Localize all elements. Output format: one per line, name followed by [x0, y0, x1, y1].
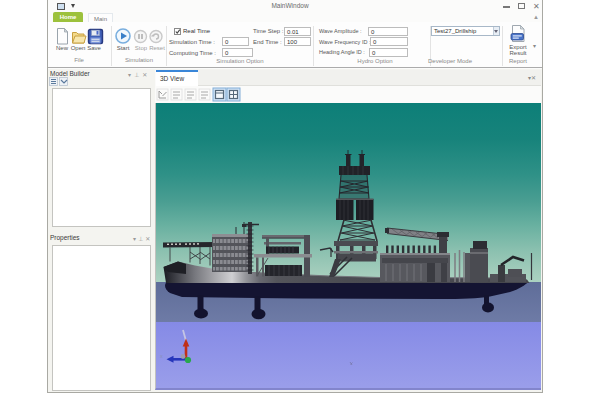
svg-text:x: x [160, 353, 163, 359]
